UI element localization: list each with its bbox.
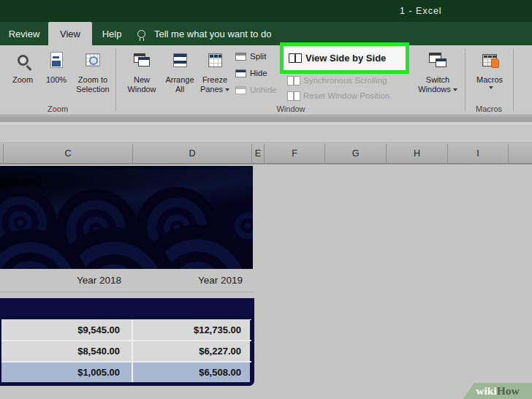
new-window-label: New Window — [123, 75, 161, 94]
switch-windows-label: Switch Windows — [418, 75, 451, 94]
column-header-e[interactable]: E — [252, 144, 265, 163]
reset-window-position-icon — [287, 91, 300, 101]
freeze-panes-label: Freeze Panes — [200, 75, 227, 94]
cell-year-2018[interactable]: Year 2018 — [0, 269, 133, 292]
year-header-row[interactable]: Year 2018 Year 2019 — [0, 269, 254, 292]
column-header-f[interactable]: F — [265, 144, 325, 163]
cell-d-row3[interactable]: $6,508.00 — [133, 362, 250, 382]
column-header-g[interactable]: G — [325, 144, 387, 163]
table-row-selected[interactable]: $1,005.00 $6,508.00 — [1, 361, 251, 382]
new-window-icon — [134, 53, 150, 66]
zoom-100-icon — [50, 52, 63, 68]
synchronous-scrolling-icon — [287, 76, 300, 86]
tab-review[interactable]: Review — [0, 22, 48, 45]
reset-window-position-label: Reset Window Position — [303, 91, 390, 100]
unhide-icon — [235, 86, 246, 94]
window-title: 1 - Excel — [400, 6, 442, 16]
title-bar: 1 - Excel — [0, 0, 532, 22]
zoom-100-label: 100% — [46, 75, 66, 85]
embedded-dark-blue-artwork[interactable] — [0, 166, 253, 269]
hide-label: Hide — [250, 69, 267, 77]
ribbon-tab-row: Review View Help Tell me what you want t… — [0, 22, 532, 45]
arrange-all-button[interactable]: Arrange All — [162, 48, 197, 94]
cell-c-row3[interactable]: $1,005.00 — [1, 362, 133, 382]
dropdown-arrow-icon — [453, 88, 457, 91]
cell-year-2019[interactable]: Year 2019 — [133, 269, 252, 292]
column-header-sliver-right[interactable] — [509, 144, 532, 163]
synchronous-scrolling-label: Synchronous Scrolling — [303, 76, 387, 85]
tab-view[interactable]: View — [48, 22, 92, 45]
formula-bar-strip — [0, 116, 532, 123]
tab-help[interactable]: Help — [94, 22, 130, 45]
macros-label: Macros — [476, 75, 503, 85]
cell-c-row1[interactable]: $9,545.00 — [1, 320, 133, 340]
zoom-group-label: Zoom — [0, 104, 115, 113]
view-side-by-side-label: View Side by Side — [305, 53, 386, 64]
arrange-all-icon — [173, 53, 187, 67]
hide-icon — [235, 69, 246, 77]
switch-windows-icon — [429, 53, 446, 67]
column-header-h[interactable]: H — [387, 144, 448, 163]
macros-group-label: Macros — [465, 104, 513, 113]
zoom-to-selection-label: Zoom to Selection — [73, 75, 113, 94]
zoom-button[interactable]: Zoom — [6, 48, 39, 85]
tell-me-label: Tell me what you want to do — [154, 28, 271, 39]
synchronous-scrolling-button: Synchronous Scrolling — [287, 73, 387, 88]
arrange-all-label: Arrange All — [162, 75, 197, 94]
table-row[interactable]: $8,540.00 $6,227.00 — [1, 340, 251, 361]
zoom-100-button[interactable]: 100% — [41, 48, 72, 85]
window-group-label: Window — [117, 104, 465, 113]
lightbulb-icon — [137, 30, 145, 38]
column-header-d[interactable]: D — [133, 144, 252, 163]
magnifier-icon — [18, 55, 28, 66]
wikihow-watermark: wikiHow — [463, 383, 532, 399]
zoom-to-selection-button[interactable]: Zoom to Selection — [73, 48, 113, 94]
split-label: Split — [250, 52, 266, 61]
worksheet-area[interactable]: Year 2018 Year 2019 $9,545.00 $12,735.00… — [0, 166, 532, 399]
split-button[interactable]: Split — [235, 49, 266, 64]
formula-bar[interactable] — [0, 123, 532, 143]
dropdown-arrow-icon — [225, 88, 229, 91]
freeze-panes-button[interactable]: Freeze Panes — [197, 48, 232, 94]
split-icon — [235, 53, 246, 61]
switch-windows-button[interactable]: Switch Windows — [415, 48, 460, 94]
cell-d-row2[interactable]: $6,227.00 — [133, 341, 250, 361]
dropdown-arrow-icon — [489, 86, 493, 89]
macros-button[interactable]: Macros — [469, 48, 510, 89]
wikihow-how-text: How — [497, 384, 520, 398]
wikihow-wiki-text: wiki — [476, 384, 496, 398]
column-header-row: C D E F G H I — [0, 144, 532, 164]
data-table[interactable]: $9,545.00 $12,735.00 $8,540.00 $6,227.00… — [0, 298, 254, 386]
new-window-button[interactable]: New Window — [123, 48, 161, 94]
view-side-by-side-icon — [289, 53, 301, 63]
group-separator — [465, 48, 466, 111]
column-header-c[interactable]: C — [4, 144, 133, 163]
table-header-band[interactable] — [1, 298, 251, 319]
zoom-to-selection-icon — [86, 53, 100, 66]
freeze-panes-icon — [208, 53, 222, 67]
tell-me-box[interactable]: Tell me what you want to do — [137, 22, 271, 45]
hide-button[interactable]: Hide — [235, 66, 267, 80]
group-separator — [513, 48, 514, 111]
zoom-button-label: Zoom — [12, 75, 33, 85]
macros-icon — [482, 54, 497, 66]
view-side-by-side-highlight[interactable]: View Side by Side — [280, 42, 409, 74]
unhide-button: Unhide — [235, 83, 276, 97]
unhide-label: Unhide — [250, 86, 276, 94]
column-header-i[interactable]: I — [448, 144, 509, 163]
ribbon: Zoom 100% Zoom to Selection Zoom New Win… — [0, 45, 532, 115]
reset-window-position-button: Reset Window Position — [287, 88, 390, 103]
cell-d-row1[interactable]: $12,735.00 — [133, 320, 250, 340]
group-separator — [115, 48, 116, 111]
table-row[interactable]: $9,545.00 $12,735.00 — [1, 319, 251, 340]
cell-c-row2[interactable]: $8,540.00 — [1, 341, 133, 361]
